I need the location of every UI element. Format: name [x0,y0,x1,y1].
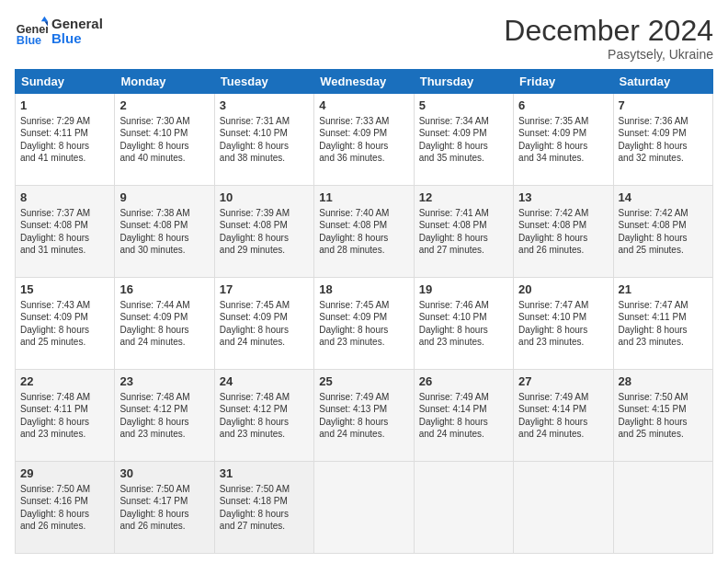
col-header-friday: Friday [514,70,613,94]
day-info: and 25 minutes. [20,336,109,349]
day-info: Daylight: 8 hours [419,232,508,245]
day-info: and 27 minutes. [419,244,508,257]
day-info: Sunset: 4:11 PM [20,403,109,416]
day-info: and 24 minutes. [220,336,309,349]
calendar-cell: 8Sunrise: 7:37 AMSunset: 4:08 PMDaylight… [16,186,115,278]
calendar-cell: 6Sunrise: 7:35 AMSunset: 4:09 PMDaylight… [514,94,613,186]
logo-general: General [51,17,103,32]
title-block: December 2024 Pasytsely, Ukraine [504,15,713,62]
day-info: Sunset: 4:09 PM [119,311,209,324]
day-info: Daylight: 8 hours [319,140,408,153]
logo-icon: General Blue [15,15,48,48]
calendar-table: SundayMondayTuesdayWednesdayThursdayFrid… [15,69,713,554]
day-info: Sunset: 4:13 PM [319,403,408,416]
day-info: Sunset: 4:18 PM [220,495,309,508]
day-info: Sunrise: 7:30 AM [119,115,209,128]
calendar-cell: 1Sunrise: 7:29 AMSunset: 4:11 PMDaylight… [16,94,115,186]
calendar-cell: 12Sunrise: 7:41 AMSunset: 4:08 PMDayligh… [414,186,513,278]
day-info: Sunset: 4:14 PM [518,403,608,416]
col-header-wednesday: Wednesday [314,70,414,94]
day-info: Sunset: 4:14 PM [419,403,508,416]
day-info: Daylight: 8 hours [518,140,608,153]
day-info: Sunset: 4:17 PM [119,495,209,508]
calendar-cell: 27Sunrise: 7:49 AMSunset: 4:14 PMDayligh… [514,370,613,462]
day-info: Daylight: 8 hours [319,232,408,245]
day-info: Sunrise: 7:39 AM [220,207,309,220]
day-info: and 35 minutes. [419,152,508,165]
day-number: 30 [119,465,209,482]
day-info: Sunset: 4:15 PM [619,403,708,416]
day-info: and 26 minutes. [518,244,608,257]
calendar-cell: 10Sunrise: 7:39 AMSunset: 4:08 PMDayligh… [214,186,313,278]
day-number: 15 [20,282,109,298]
day-info: and 24 minutes. [419,428,508,441]
day-info: Sunrise: 7:38 AM [119,207,209,220]
day-number: 9 [119,190,209,206]
day-info: and 23 minutes. [419,336,508,349]
day-info: and 25 minutes. [619,428,708,441]
day-info: and 26 minutes. [20,520,109,533]
day-info: and 38 minutes. [220,152,309,165]
day-info: Daylight: 8 hours [518,324,608,337]
calendar-cell: 3Sunrise: 7:31 AMSunset: 4:10 PMDaylight… [214,94,313,186]
day-number: 20 [518,282,608,298]
day-number: 10 [220,190,309,206]
day-info: Sunset: 4:09 PM [419,127,508,140]
day-number: 3 [220,98,309,114]
calendar-cell: 15Sunrise: 7:43 AMSunset: 4:09 PMDayligh… [16,278,115,370]
col-header-sunday: Sunday [16,70,115,94]
day-info: Sunset: 4:09 PM [619,127,708,140]
day-info: Daylight: 8 hours [119,416,209,429]
day-number: 14 [619,190,708,206]
col-header-tuesday: Tuesday [214,70,313,94]
day-info: Sunset: 4:12 PM [220,403,309,416]
day-info: Sunrise: 7:44 AM [119,299,209,312]
day-number: 27 [518,373,608,390]
day-info: Sunset: 4:08 PM [319,219,408,232]
day-number: 16 [119,282,209,298]
day-number: 6 [518,98,608,114]
logo-blue: Blue [51,31,103,47]
calendar-cell: 19Sunrise: 7:46 AMSunset: 4:10 PMDayligh… [414,278,513,370]
day-info: Sunset: 4:10 PM [518,311,608,324]
day-number: 11 [319,190,408,206]
day-info: Daylight: 8 hours [319,416,408,429]
day-info: and 41 minutes. [20,152,109,165]
calendar-cell: 30Sunrise: 7:50 AMSunset: 4:17 PMDayligh… [115,462,214,554]
day-info: Sunrise: 7:46 AM [419,299,508,312]
day-info: Daylight: 8 hours [619,324,708,337]
day-info: Daylight: 8 hours [119,232,209,245]
day-number: 12 [419,190,508,206]
day-info: Sunrise: 7:49 AM [518,391,608,404]
svg-text:Blue: Blue [17,34,41,47]
calendar-cell: 2Sunrise: 7:30 AMSunset: 4:10 PMDaylight… [115,94,214,186]
day-info: Sunset: 4:11 PM [20,127,109,140]
day-info: Sunrise: 7:49 AM [319,391,408,404]
day-info: Daylight: 8 hours [220,324,309,337]
calendar-cell [314,462,414,554]
calendar-cell: 14Sunrise: 7:42 AMSunset: 4:08 PMDayligh… [613,186,712,278]
day-info: Daylight: 8 hours [20,508,109,521]
day-info: Daylight: 8 hours [518,232,608,245]
day-info: Daylight: 8 hours [20,416,109,429]
calendar-cell: 7Sunrise: 7:36 AMSunset: 4:09 PMDaylight… [613,94,712,186]
calendar-cell: 25Sunrise: 7:49 AMSunset: 4:13 PMDayligh… [314,370,414,462]
day-info: Sunset: 4:16 PM [20,495,109,508]
day-info: Sunset: 4:10 PM [220,127,309,140]
calendar-cell: 18Sunrise: 7:45 AMSunset: 4:09 PMDayligh… [314,278,414,370]
day-info: Daylight: 8 hours [419,324,508,337]
day-info: Sunset: 4:11 PM [619,311,708,324]
day-info: Sunrise: 7:41 AM [419,207,508,220]
calendar-cell: 26Sunrise: 7:49 AMSunset: 4:14 PMDayligh… [414,370,513,462]
day-info: Daylight: 8 hours [619,232,708,245]
day-info: Sunrise: 7:36 AM [619,115,708,128]
day-info: Sunset: 4:10 PM [419,311,508,324]
day-info: and 32 minutes. [619,152,708,165]
day-info: Daylight: 8 hours [518,416,608,429]
day-info: and 27 minutes. [220,520,309,533]
calendar-cell [414,462,513,554]
day-info: Sunset: 4:08 PM [220,219,309,232]
col-header-monday: Monday [115,70,214,94]
day-number: 22 [20,373,109,390]
day-info: and 26 minutes. [119,520,209,533]
